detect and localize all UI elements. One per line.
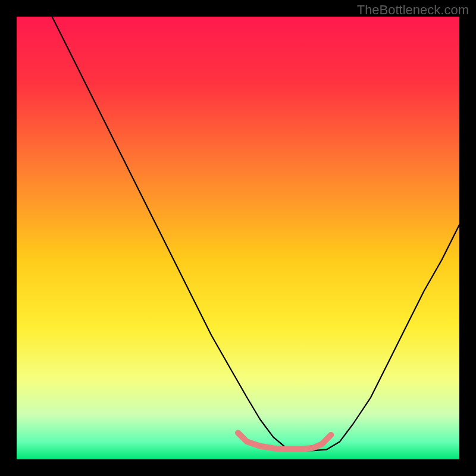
watermark-text: TheBottleneck.com (357, 2, 469, 18)
chart-area (17, 17, 459, 459)
chart-svg (17, 17, 459, 459)
gradient-background (17, 17, 459, 459)
